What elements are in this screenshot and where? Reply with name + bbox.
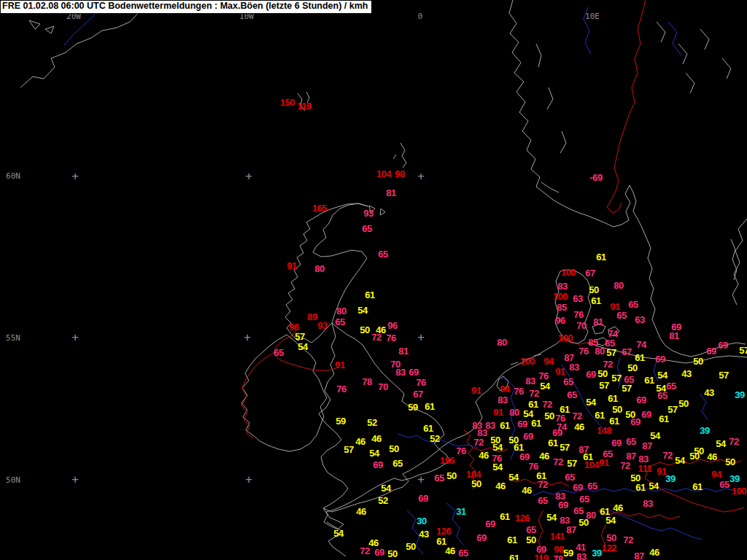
station-gust-value: 65 bbox=[362, 224, 371, 233]
station-gust-value: 72 bbox=[360, 546, 369, 556]
station-gust-value: 150 bbox=[280, 98, 295, 107]
station-gust-value: 63 bbox=[635, 315, 644, 324]
station-gust-value: 50 bbox=[387, 549, 397, 559]
station-gust-value: 70 bbox=[378, 382, 387, 392]
station-gust-value: 46 bbox=[649, 548, 659, 557]
station-gust-value: 76 bbox=[538, 371, 548, 381]
station-gust-value: 72 bbox=[620, 461, 630, 470]
graticule-tick: + bbox=[245, 171, 252, 182]
station-gust-value: 69 bbox=[409, 368, 418, 377]
station-gust-value: 98 bbox=[395, 169, 404, 179]
station-gust-value: 69 bbox=[718, 341, 727, 350]
station-gust-value: 87 bbox=[642, 441, 651, 451]
station-gust-value: 100 bbox=[732, 486, 746, 496]
station-gust-value: 81 bbox=[593, 317, 603, 327]
weather-map: 20W10W010E60N55N50N+++++++++15011910498-… bbox=[0, 0, 747, 560]
station-gust-value: 61 bbox=[635, 353, 644, 362]
graticule-tick: + bbox=[417, 332, 425, 343]
station-gust-value: 31 bbox=[456, 507, 465, 516]
station-gust-value: 85 bbox=[557, 303, 566, 312]
station-gust-value: 74 bbox=[636, 340, 646, 349]
station-gust-value: 57 bbox=[719, 370, 728, 380]
station-gust-value: 69 bbox=[655, 354, 665, 364]
station-gust-value: 69 bbox=[374, 548, 384, 557]
station-gust-value: 57 bbox=[599, 381, 608, 390]
station-gust-value: 61 bbox=[531, 419, 541, 428]
station-gust-value: 72 bbox=[662, 451, 672, 460]
station-gust-value: 69 bbox=[476, 533, 486, 542]
station-gust-value: 57 bbox=[344, 445, 353, 454]
station-gust-value: 61 bbox=[423, 424, 433, 433]
station-gust-value: 76 bbox=[336, 384, 346, 394]
station-gust-value: 72 bbox=[553, 457, 562, 467]
station-gust-value: 78 bbox=[362, 377, 371, 386]
graticule-tick: + bbox=[71, 332, 79, 343]
station-gust-value: 111 bbox=[638, 464, 652, 473]
map-labels-layer: 20W10W010E60N55N50N+++++++++15011910498-… bbox=[0, 0, 747, 560]
station-gust-value: 69 bbox=[706, 346, 716, 356]
station-gust-value: 52 bbox=[378, 496, 387, 505]
station-gust-value: 65 bbox=[565, 472, 574, 482]
station-gust-value: 57 bbox=[611, 373, 621, 383]
station-gust-value: 61 bbox=[507, 535, 516, 545]
station-gust-value: 57 bbox=[606, 348, 616, 357]
station-gust-value: 50 bbox=[406, 542, 415, 551]
station-gust-value: 65 bbox=[458, 548, 468, 558]
station-gust-value: 50 bbox=[693, 357, 703, 366]
latitude-label: 55N bbox=[6, 334, 20, 342]
latitude-label: 50N bbox=[6, 476, 20, 484]
station-gust-value: 39 bbox=[735, 390, 744, 400]
station-gust-value: 65 bbox=[628, 300, 638, 309]
station-gust-value: 76 bbox=[416, 378, 425, 387]
station-gust-value: 65 bbox=[563, 377, 573, 386]
station-gust-value: 52 bbox=[367, 418, 376, 427]
station-gust-value: 80 bbox=[314, 264, 324, 273]
station-gust-value: 100 bbox=[553, 292, 568, 301]
station-gust-value: 50 bbox=[612, 405, 622, 414]
station-gust-value: 81 bbox=[398, 346, 408, 356]
station-gust-value: 46 bbox=[707, 452, 716, 462]
station-gust-value: 46 bbox=[355, 437, 365, 446]
station-gust-value: 52 bbox=[430, 434, 439, 443]
station-gust-value: 65 bbox=[587, 481, 597, 491]
station-gust-value: 119 bbox=[297, 101, 311, 111]
longitude-label: 0 bbox=[418, 12, 423, 20]
station-gust-value: 61 bbox=[635, 483, 645, 492]
station-gust-value: 80 bbox=[595, 346, 604, 356]
station-gust-value: 96 bbox=[387, 321, 397, 330]
station-gust-value: 69 bbox=[517, 419, 527, 429]
station-gust-value: 87 bbox=[634, 551, 643, 560]
station-gust-value: 65 bbox=[666, 381, 676, 391]
station-gust-value: 76 bbox=[456, 446, 465, 456]
station-gust-value: 61 bbox=[509, 553, 519, 560]
station-gust-value: 67 bbox=[585, 268, 595, 278]
station-gust-value: 57 bbox=[295, 332, 304, 341]
station-gust-value: 61 bbox=[644, 376, 654, 385]
station-gust-value: 126 bbox=[436, 526, 451, 536]
station-gust-value: 50 bbox=[606, 533, 616, 542]
station-gust-value: 65 bbox=[392, 459, 402, 468]
station-gust-value: 61 bbox=[591, 296, 600, 306]
station-gust-value: 69 bbox=[485, 519, 495, 529]
station-gust-value: 100 bbox=[561, 268, 576, 277]
station-gust-value: 96 bbox=[555, 316, 565, 325]
station-gust-value: 50 bbox=[446, 471, 456, 481]
station-gust-value: 156 bbox=[440, 456, 454, 465]
station-gust-value: 61 bbox=[608, 394, 617, 403]
station-gust-value: 57 bbox=[567, 459, 576, 468]
station-gust-value: 94 bbox=[711, 470, 721, 479]
station-gust-value: 50 bbox=[389, 444, 398, 454]
station-gust-value: 80 bbox=[614, 281, 623, 290]
station-gust-value: 83 bbox=[576, 552, 586, 560]
station-gust-value: 76 bbox=[578, 346, 588, 356]
station-gust-value: 69 bbox=[611, 438, 621, 448]
station-gust-value: 94 bbox=[543, 357, 553, 366]
station-gust-value: 61 bbox=[548, 438, 557, 448]
station-gust-value: 72 bbox=[623, 535, 632, 545]
station-gust-value: 65 bbox=[567, 390, 576, 400]
station-gust-value: 65 bbox=[434, 473, 444, 483]
station-gust-value: 72 bbox=[542, 400, 551, 409]
station-gust-value: 72 bbox=[473, 438, 483, 447]
station-gust-value: 39 bbox=[592, 548, 601, 558]
station-gust-value: 54 bbox=[508, 472, 518, 482]
